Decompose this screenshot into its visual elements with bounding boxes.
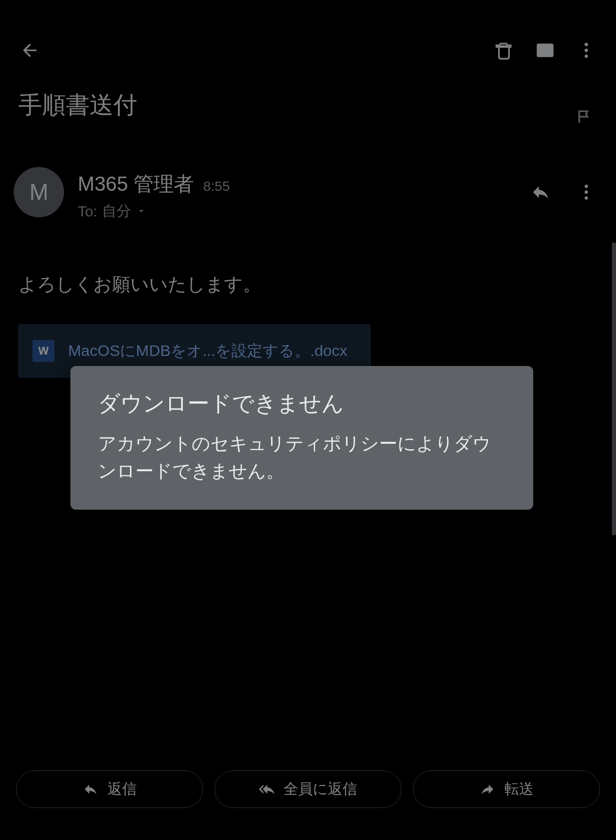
reply-all-icon	[259, 781, 274, 797]
more-vert-icon	[576, 182, 596, 202]
reply-icon	[83, 781, 98, 797]
reply-icon	[530, 182, 551, 202]
toast-body: アカウントのセキュリティポリシーによりダウンロードできません。	[98, 430, 506, 485]
forward-button[interactable]: 転送	[413, 770, 600, 808]
mark-unread-button[interactable]	[529, 34, 561, 66]
attachment-filename: MacOSにMDBをオ...を設定する。.docx	[68, 340, 348, 361]
avatar[interactable]: M	[14, 167, 64, 217]
subject-row: 手順書送付	[0, 85, 616, 144]
reply-label: 返信	[107, 779, 137, 799]
sent-time: 8:55	[203, 178, 230, 194]
envelope-icon	[535, 40, 555, 60]
delete-button[interactable]	[488, 34, 520, 66]
word-file-icon: W	[32, 340, 54, 362]
sender-row: M M365 管理者 8:55 To: 自分	[0, 144, 616, 231]
download-blocked-toast: ダウンロードできません アカウントのセキュリティポリシーによりダウンロードできま…	[70, 366, 533, 510]
bottom-action-bar: 返信 全員に返信 転送	[0, 770, 616, 808]
trash-icon	[494, 40, 514, 60]
flag-button[interactable]	[570, 103, 598, 130]
reply-all-label: 全員に返信	[284, 779, 357, 799]
svg-point-1	[584, 48, 588, 52]
forward-label: 転送	[504, 779, 534, 799]
toast-title: ダウンロードできません	[98, 389, 506, 418]
reply-button[interactable]: 返信	[16, 770, 203, 808]
back-button[interactable]	[14, 34, 46, 66]
reply-all-button[interactable]: 全員に返信	[214, 770, 402, 808]
more-button[interactable]	[570, 34, 602, 66]
more-vert-icon	[576, 40, 596, 60]
flag-icon	[576, 108, 592, 125]
chevron-down-icon	[136, 203, 147, 220]
to-label: To:	[78, 203, 97, 220]
arrow-left-icon	[20, 40, 40, 60]
svg-point-4	[584, 190, 588, 194]
email-subject: 手順書送付	[18, 89, 561, 121]
svg-point-2	[584, 54, 588, 58]
forward-icon	[480, 781, 495, 797]
sender-name: M365 管理者	[78, 171, 194, 198]
sender-meta: M365 管理者 8:55 To: 自分	[78, 167, 511, 221]
recipient-name: 自分	[102, 201, 131, 221]
svg-point-5	[584, 196, 588, 199]
message-more-button[interactable]	[570, 176, 602, 208]
svg-point-3	[584, 185, 588, 188]
email-body-text: よろしくお願いいたします。	[0, 231, 616, 315]
recipient-expand[interactable]: To: 自分	[78, 201, 511, 221]
topbar	[0, 0, 616, 85]
scrollbar[interactable]	[612, 242, 616, 535]
svg-point-0	[584, 43, 588, 46]
reply-icon-button[interactable]	[525, 176, 557, 208]
